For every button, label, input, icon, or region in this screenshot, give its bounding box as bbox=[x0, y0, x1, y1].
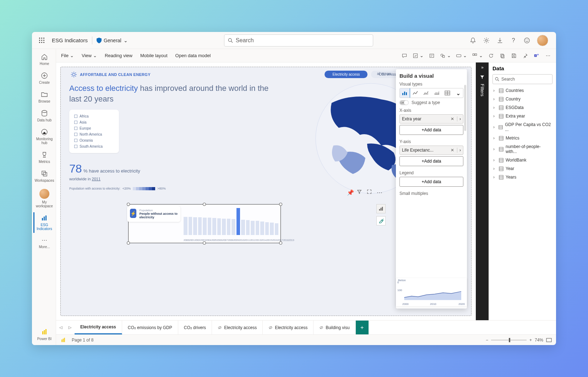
explore-dropdown[interactable]: ⌄ bbox=[413, 53, 424, 59]
page-tab-5[interactable]: Building visu bbox=[314, 321, 355, 334]
zoom-in-icon[interactable]: + bbox=[529, 338, 532, 343]
more-icon[interactable]: ⋯ bbox=[545, 53, 551, 59]
vistype-more-dropdown[interactable]: ⌄ bbox=[453, 88, 463, 98]
notifications-icon[interactable] bbox=[469, 37, 477, 44]
chat-icon[interactable] bbox=[401, 53, 408, 59]
shapes-dropdown[interactable]: ⌄ bbox=[440, 53, 451, 59]
remove-field-icon[interactable]: ✕ bbox=[449, 116, 456, 121]
remove-field-icon[interactable]: ✕ bbox=[449, 148, 456, 153]
vistype-stacked-area[interactable] bbox=[432, 88, 442, 98]
page-tab-4[interactable]: Electricity access bbox=[263, 321, 314, 334]
more-options-icon[interactable]: ⋯ bbox=[377, 189, 383, 196]
focus-mode-icon[interactable] bbox=[367, 189, 373, 196]
visual-gallery-dropdown[interactable]: ⌄ bbox=[472, 53, 483, 59]
menu-mobile-layout[interactable]: Mobile layout bbox=[140, 53, 168, 58]
add-page-button[interactable]: + bbox=[356, 321, 369, 334]
report-icon bbox=[41, 214, 48, 222]
y-axis-field[interactable]: Life Expectanc... ✕› bbox=[399, 146, 463, 155]
svg-rect-7 bbox=[41, 42, 42, 43]
expand-filters-icon[interactable]: « bbox=[481, 65, 484, 70]
data-table-extra-year[interactable]: ›Extra year bbox=[492, 112, 552, 120]
textbox-icon[interactable] bbox=[429, 53, 435, 59]
page-tab-3[interactable]: Electricity access bbox=[212, 321, 263, 334]
suggest-type-toggle[interactable]: Off bbox=[399, 100, 409, 105]
data-table-number-of-people-with-[interactable]: ›number-of-people-with... bbox=[492, 142, 552, 156]
page-tab-0[interactable]: Electricity access bbox=[75, 321, 122, 334]
rail-monitoring[interactable]: Monitoring hub bbox=[33, 126, 55, 147]
tabs-next-button[interactable]: ▷ bbox=[65, 321, 75, 334]
data-table-countries[interactable]: ›Countries bbox=[492, 86, 552, 95]
settings-icon[interactable] bbox=[483, 37, 490, 44]
pin-visual-icon[interactable]: 📌 bbox=[347, 189, 353, 196]
buttons-dropdown[interactable]: ⌄ bbox=[456, 53, 467, 59]
rail-esg-indicators[interactable]: ESG Indicators bbox=[33, 212, 55, 233]
panel-scrollbar[interactable] bbox=[464, 85, 466, 131]
data-table-country[interactable]: ›Country bbox=[492, 95, 552, 103]
menu-open-data-model[interactable]: Open data model bbox=[175, 53, 211, 58]
rail-home[interactable]: Home bbox=[33, 51, 55, 68]
region-slicer[interactable]: Africa Asia Europe North America Oceania… bbox=[69, 110, 119, 153]
fit-to-page-icon[interactable] bbox=[546, 338, 552, 342]
rail-browse[interactable]: Browse bbox=[33, 89, 55, 105]
pill-electricity-access[interactable]: Electricity access bbox=[325, 71, 368, 78]
rail-create[interactable]: Create bbox=[33, 70, 55, 87]
global-search[interactable]: Search bbox=[224, 34, 373, 47]
rail-more[interactable]: ⋯More... bbox=[33, 235, 55, 251]
add-x-data-button[interactable]: +Add data bbox=[399, 125, 463, 135]
help-icon[interactable]: ? bbox=[510, 37, 517, 44]
filter-visual-icon[interactable] bbox=[357, 189, 363, 196]
feedback-icon[interactable] bbox=[523, 37, 530, 44]
data-table-metrics[interactable]: ›Metrics bbox=[492, 134, 552, 142]
zoom-control[interactable]: − + 74% bbox=[486, 338, 552, 343]
data-table-gdp-per-capita-vs-co2-[interactable]: ›GDP Per Capita vs CO2 ... bbox=[492, 120, 552, 134]
add-y-data-button[interactable]: +Add data bbox=[399, 156, 463, 166]
user-avatar[interactable] bbox=[537, 35, 548, 46]
selected-bar-chart-visual[interactable]: ⚡ Population People without access to el… bbox=[128, 204, 281, 243]
menu-file[interactable]: File ⌄ bbox=[61, 53, 74, 58]
page-tab-2[interactable]: CO₂ drivers bbox=[178, 321, 212, 334]
sensitivity-label: General bbox=[104, 38, 121, 43]
rail-workspaces[interactable]: Workspaces bbox=[33, 168, 55, 185]
data-table-years[interactable]: ›Years bbox=[492, 173, 552, 181]
data-table-worldbank[interactable]: ›WorldBank bbox=[492, 156, 552, 164]
page-tab-1[interactable]: CO₂ emissions by GDP bbox=[122, 321, 178, 334]
report-canvas[interactable]: AFFORTABLE AND CLEAN ENERGY Electricity … bbox=[56, 62, 476, 320]
mini-area-chart[interactable]: 0 100 Belize 2000 2010 2020 bbox=[396, 278, 467, 306]
download-icon[interactable] bbox=[496, 37, 503, 44]
vistype-table[interactable] bbox=[442, 88, 452, 98]
x-axis-field[interactable]: Extra year ✕› bbox=[399, 114, 463, 124]
rail-datahub[interactable]: Data hub bbox=[33, 108, 55, 124]
teams-icon[interactable]: T bbox=[533, 53, 540, 59]
build-visual-button[interactable] bbox=[376, 204, 386, 213]
kpi-block: 78 % have access to electricity worldwid… bbox=[69, 162, 274, 182]
format-visual-button[interactable]: + bbox=[376, 216, 386, 225]
top-bar: ESG Indicators General ⌄ Search ? bbox=[32, 32, 556, 49]
add-legend-data-button[interactable]: +Add data bbox=[399, 177, 463, 187]
refresh-icon[interactable] bbox=[488, 53, 494, 59]
svg-rect-94 bbox=[61, 339, 62, 342]
app-launcher-icon[interactable] bbox=[36, 35, 48, 46]
vistype-column-chart[interactable] bbox=[400, 88, 410, 98]
zoom-slider[interactable] bbox=[491, 340, 527, 340]
database-icon bbox=[41, 110, 48, 117]
zoom-out-icon[interactable]: − bbox=[486, 338, 488, 343]
menu-view[interactable]: View ⌄ bbox=[82, 53, 97, 58]
field-menu-icon[interactable]: › bbox=[457, 148, 461, 153]
rail-metrics[interactable]: Metrics bbox=[33, 149, 55, 166]
vistype-area-chart[interactable] bbox=[421, 88, 431, 98]
tabs-prev-button[interactable]: ◁ bbox=[56, 321, 65, 334]
copy-icon[interactable] bbox=[499, 53, 506, 59]
rail-powerbi[interactable]: Power BI bbox=[33, 326, 55, 343]
svg-line-44 bbox=[75, 76, 76, 77]
sensitivity-dropdown[interactable]: General ⌄ bbox=[97, 38, 128, 43]
vistype-line-chart[interactable] bbox=[410, 88, 420, 98]
svg-rect-34 bbox=[502, 55, 504, 58]
data-table-esgdata[interactable]: ›ESGData bbox=[492, 103, 552, 112]
menu-reading-view[interactable]: Reading view bbox=[105, 53, 132, 58]
data-table-year[interactable]: ›Year bbox=[492, 164, 552, 173]
data-search-input[interactable]: Search bbox=[492, 74, 552, 84]
pin-icon[interactable] bbox=[522, 53, 528, 59]
rail-myworkspace[interactable]: My workspace bbox=[33, 187, 55, 210]
field-menu-icon[interactable]: › bbox=[457, 116, 461, 121]
save-icon[interactable] bbox=[511, 53, 517, 59]
